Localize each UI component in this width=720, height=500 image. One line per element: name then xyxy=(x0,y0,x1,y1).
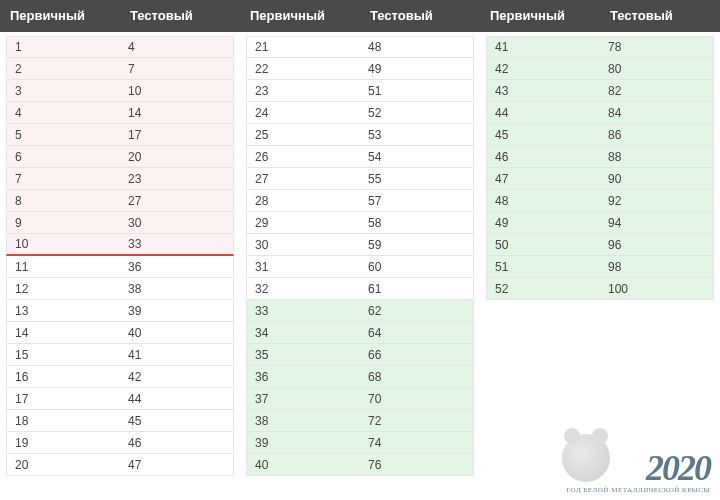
cell-primary: 49 xyxy=(487,213,600,233)
table-row: 4178 xyxy=(486,36,714,58)
cell-test: 57 xyxy=(360,191,473,211)
cell-primary: 21 xyxy=(247,37,360,57)
cell-test: 44 xyxy=(120,389,233,409)
cell-test: 58 xyxy=(360,213,473,233)
table-row: 3668 xyxy=(246,366,474,388)
table-row: 1033 xyxy=(6,234,234,256)
table-row: 4382 xyxy=(486,80,714,102)
cell-test: 82 xyxy=(600,81,713,101)
table-row: 930 xyxy=(6,212,234,234)
table-row: 5096 xyxy=(486,234,714,256)
cell-primary: 31 xyxy=(247,257,360,277)
cell-test: 88 xyxy=(600,147,713,167)
table-row: 3160 xyxy=(246,256,474,278)
cell-primary: 27 xyxy=(247,169,360,189)
header-primary: Первичный xyxy=(0,0,120,32)
cell-test: 47 xyxy=(120,455,233,475)
cell-test: 66 xyxy=(360,345,473,365)
cell-test: 68 xyxy=(360,367,473,387)
cell-primary: 14 xyxy=(7,323,120,343)
watermark-year: 2020 xyxy=(566,450,710,486)
cell-primary: 41 xyxy=(487,37,600,57)
cell-primary: 19 xyxy=(7,433,120,453)
cell-primary: 22 xyxy=(247,59,360,79)
table-row: 1440 xyxy=(6,322,234,344)
cell-primary: 34 xyxy=(247,323,360,343)
table-row: 310 xyxy=(6,80,234,102)
cell-test: 52 xyxy=(360,103,473,123)
cell-test: 40 xyxy=(120,323,233,343)
table-row: 2958 xyxy=(246,212,474,234)
cell-primary: 10 xyxy=(7,234,120,254)
cell-test: 14 xyxy=(120,103,233,123)
cell-test: 53 xyxy=(360,125,473,145)
cell-primary: 24 xyxy=(247,103,360,123)
table-row: 1946 xyxy=(6,432,234,454)
cell-test: 74 xyxy=(360,433,473,453)
cell-primary: 3 xyxy=(7,81,120,101)
table-row: 4484 xyxy=(486,102,714,124)
cell-test: 70 xyxy=(360,389,473,409)
table-row: 4076 xyxy=(246,454,474,476)
table-row: 4280 xyxy=(486,58,714,80)
table-row: 2452 xyxy=(246,102,474,124)
header-group-2: Первичный Тестовый xyxy=(240,0,480,32)
cell-test: 4 xyxy=(120,37,233,57)
cell-test: 23 xyxy=(120,169,233,189)
table-row: 2857 xyxy=(246,190,474,212)
cell-primary: 30 xyxy=(247,235,360,255)
header-primary: Первичный xyxy=(240,0,360,32)
cell-primary: 15 xyxy=(7,345,120,365)
cell-test: 80 xyxy=(600,59,713,79)
watermark-subtitle: ГОД БЕЛОЙ МЕТАЛЛИЧЕСКОЙ КРЫСЫ xyxy=(566,486,710,494)
cell-test: 84 xyxy=(600,103,713,123)
cell-test: 60 xyxy=(360,257,473,277)
cell-primary: 12 xyxy=(7,279,120,299)
cell-test: 20 xyxy=(120,147,233,167)
table-row: 4994 xyxy=(486,212,714,234)
cell-test: 38 xyxy=(120,279,233,299)
table-row: 1339 xyxy=(6,300,234,322)
header-test: Тестовый xyxy=(600,0,720,32)
cell-test: 78 xyxy=(600,37,713,57)
cell-test: 62 xyxy=(360,301,473,321)
cell-test: 27 xyxy=(120,191,233,211)
table-row: 4790 xyxy=(486,168,714,190)
cell-primary: 51 xyxy=(487,257,600,277)
column-2: 2148224923512452255326542755285729583059… xyxy=(240,36,480,476)
cell-primary: 6 xyxy=(7,147,120,167)
cell-primary: 52 xyxy=(487,279,600,299)
cell-test: 36 xyxy=(120,257,233,277)
column-1: 1427310414517620723827930103311361238133… xyxy=(0,36,240,476)
cell-test: 45 xyxy=(120,411,233,431)
cell-test: 39 xyxy=(120,301,233,321)
cell-test: 64 xyxy=(360,323,473,343)
cell-test: 94 xyxy=(600,213,713,233)
table-row: 4688 xyxy=(486,146,714,168)
table-header: Первичный Тестовый Первичный Тестовый Пе… xyxy=(0,0,720,32)
cell-primary: 23 xyxy=(247,81,360,101)
cell-primary: 7 xyxy=(7,169,120,189)
cell-primary: 11 xyxy=(7,257,120,277)
table-row: 827 xyxy=(6,190,234,212)
cell-primary: 46 xyxy=(487,147,600,167)
table-row: 2249 xyxy=(246,58,474,80)
cell-primary: 33 xyxy=(247,301,360,321)
table-row: 517 xyxy=(6,124,234,146)
cell-primary: 18 xyxy=(7,411,120,431)
cell-primary: 36 xyxy=(247,367,360,387)
cell-primary: 48 xyxy=(487,191,600,211)
table-row: 2047 xyxy=(6,454,234,476)
cell-test: 41 xyxy=(120,345,233,365)
cell-primary: 16 xyxy=(7,367,120,387)
cell-test: 61 xyxy=(360,279,473,299)
cell-primary: 29 xyxy=(247,213,360,233)
watermark: 2020 ГОД БЕЛОЙ МЕТАЛЛИЧЕСКОЙ КРЫСЫ xyxy=(566,450,710,494)
cell-primary: 17 xyxy=(7,389,120,409)
cell-primary: 5 xyxy=(7,125,120,145)
cell-test: 7 xyxy=(120,59,233,79)
cell-test: 10 xyxy=(120,81,233,101)
cell-test: 59 xyxy=(360,235,473,255)
table-row: 4892 xyxy=(486,190,714,212)
table-row: 1136 xyxy=(6,256,234,278)
